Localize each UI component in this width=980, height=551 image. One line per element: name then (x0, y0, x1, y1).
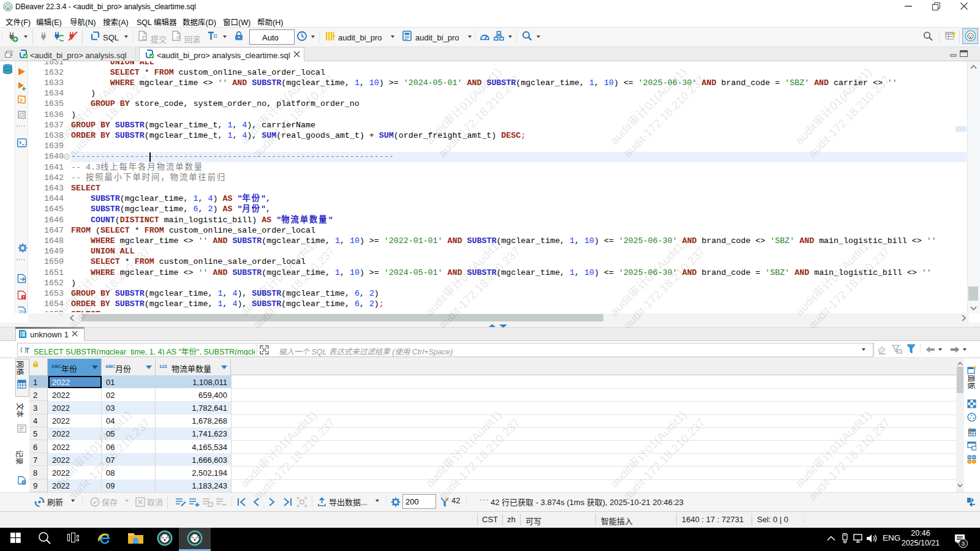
svg-text:3: 3 (962, 540, 965, 547)
svg-text:(x): (x) (19, 309, 25, 313)
